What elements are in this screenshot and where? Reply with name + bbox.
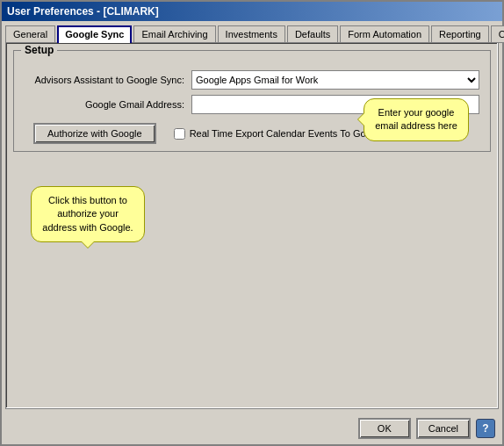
inner-content: Setup Advisors Assistant to Google Sync:…: [13, 50, 491, 349]
cancel-button[interactable]: Cancel: [416, 418, 471, 439]
callout-left-container: Click this button to authorize your addr…: [31, 186, 145, 242]
tab-reporting[interactable]: Reporting: [431, 25, 489, 43]
callout-left: Click this button to authorize your addr…: [31, 186, 145, 242]
bottom-bar: OK Cancel ?: [2, 413, 502, 444]
tab-defaults[interactable]: Defaults: [287, 25, 338, 43]
tab-other-passwords[interactable]: Other Passwords: [491, 25, 504, 43]
realtime-export-label[interactable]: Real Time Export Calendar Events To Goog…: [174, 128, 385, 140]
callout-left-text: Click this button to authorize your addr…: [42, 195, 133, 233]
advisor-dropdown-wrapper: Google Apps Gmail for Work: [191, 70, 479, 90]
advisor-label: Advisors Assistant to Google Sync:: [25, 75, 191, 85]
tab-form-automation[interactable]: Form Automation: [340, 25, 429, 43]
callout-right-container: Enter your google email address here: [364, 98, 469, 141]
realtime-export-checkbox[interactable]: [174, 128, 185, 140]
gmail-label: Google Gmail Address:: [25, 99, 191, 110]
tab-general[interactable]: General: [5, 25, 55, 43]
tab-bar: General Google Sync Email Archiving Inve…: [2, 21, 502, 42]
window-title: User Preferences - [CLIMARK]: [7, 5, 159, 18]
tab-email-archiving[interactable]: Email Archiving: [133, 25, 215, 43]
callout-right-text: Enter your google email address here: [375, 107, 457, 131]
content-area: Setup Advisors Assistant to Google Sync:…: [2, 42, 502, 413]
setup-legend: Setup: [21, 44, 57, 56]
advisor-select[interactable]: Google Apps Gmail for Work: [191, 70, 479, 90]
tab-google-sync[interactable]: Google Sync: [57, 25, 132, 43]
help-button[interactable]: ?: [476, 419, 495, 438]
title-bar: User Preferences - [CLIMARK]: [2, 2, 502, 21]
main-panel: Setup Advisors Assistant to Google Sync:…: [5, 42, 499, 409]
callout-right: Enter your google email address here: [364, 98, 469, 141]
main-window: User Preferences - [CLIMARK] General Goo…: [0, 0, 504, 446]
authorize-button[interactable]: Authorize with Google: [33, 123, 156, 144]
realtime-export-text: Real Time Export Calendar Events To Goog…: [190, 128, 385, 139]
tab-investments[interactable]: Investments: [218, 25, 285, 43]
ok-button[interactable]: OK: [358, 418, 411, 439]
advisor-row: Advisors Assistant to Google Sync: Googl…: [25, 70, 479, 90]
